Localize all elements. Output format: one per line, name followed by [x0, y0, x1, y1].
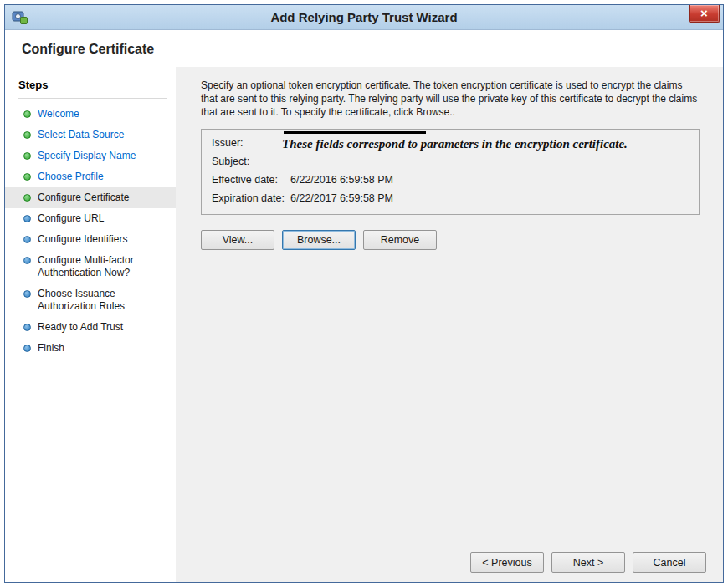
- steps-divider: [18, 98, 167, 99]
- certificate-actions: View... Browse... Remove: [201, 230, 700, 250]
- dialog-body: Steps WelcomeSelect Data SourceSpecify D…: [5, 67, 723, 582]
- step-pending-icon: [23, 236, 31, 243]
- sidebar-step-ready-to-add-trust: Ready to Add Trust: [5, 317, 176, 338]
- step-label: Configure Multi-factor Authentication No…: [38, 254, 169, 279]
- expiration-date-label: Expiration date:: [212, 189, 290, 207]
- sidebar-step-configure-multi-factor-authentication-now: Configure Multi-factor Authentication No…: [5, 250, 176, 283]
- previous-button[interactable]: < Previous: [470, 552, 544, 573]
- step-completed-icon: [23, 194, 31, 202]
- step-label: Choose Profile: [38, 171, 104, 183]
- next-button[interactable]: Next >: [551, 552, 625, 573]
- step-label: Select Data Source: [38, 129, 124, 141]
- certificate-details-box: These fields correspond to parameters in…: [201, 129, 700, 215]
- effective-date-value: 6/22/2016 6:59:58 PM: [290, 171, 393, 189]
- step-pending-icon: [23, 257, 31, 264]
- window-title: Add Relying Party Trust Wizard: [55, 10, 673, 24]
- page-header: Configure Certificate: [5, 30, 723, 67]
- sidebar-step-choose-issuance-authorization-rules: Choose Issuance Authorization Rules: [5, 283, 176, 317]
- expiration-date-value: 6/22/2017 6:59:58 PM: [290, 189, 393, 207]
- sidebar-step-configure-certificate: Configure Certificate: [5, 187, 176, 208]
- steps-title: Steps: [5, 79, 176, 91]
- page-title: Configure Certificate: [22, 42, 723, 57]
- sidebar-step-choose-profile: Choose Profile: [5, 166, 176, 187]
- step-pending-icon: [23, 324, 31, 331]
- step-completed-icon: [23, 152, 31, 160]
- step-label: Configure URL: [38, 212, 104, 225]
- step-label: Finish: [38, 342, 64, 355]
- sidebar-step-welcome: Welcome: [5, 104, 176, 125]
- view-button[interactable]: View...: [201, 230, 274, 250]
- close-button[interactable]: ×: [689, 5, 720, 23]
- step-pending-icon: [23, 345, 31, 352]
- redaction-mark: [284, 131, 426, 134]
- sidebar-step-configure-identifiers: Configure Identifiers: [5, 229, 176, 250]
- step-label: Welcome: [38, 108, 79, 120]
- effective-date-label: Effective date:: [212, 171, 290, 189]
- step-completed-icon: [23, 110, 31, 118]
- step-label: Choose Issuance Authorization Rules: [38, 288, 169, 313]
- sidebar-step-select-data-source: Select Data Source: [5, 125, 176, 145]
- sidebar-step-configure-url: Configure URL: [5, 208, 176, 229]
- sidebar-step-finish: Finish: [5, 338, 176, 359]
- cancel-button[interactable]: Cancel: [633, 552, 706, 573]
- sidebar-step-specify-display-name: Specify Display Name: [5, 145, 176, 166]
- step-completed-icon: [23, 131, 31, 139]
- effective-date-row: Effective date: 6/22/2016 6:59:58 PM: [212, 171, 690, 189]
- description-text: Specify an optional token encryption cer…: [201, 79, 700, 119]
- step-label: Configure Certificate: [38, 191, 129, 204]
- steps-sidebar: Steps WelcomeSelect Data SourceSpecify D…: [5, 67, 176, 582]
- step-completed-icon: [23, 173, 31, 181]
- annotation-note: These fields correspond to parameters in…: [282, 137, 628, 151]
- subject-label: Subject:: [212, 152, 290, 171]
- wizard-dialog: Add Relying Party Trust Wizard × Configu…: [4, 4, 724, 583]
- content-area: Specify an optional token encryption cer…: [176, 67, 723, 544]
- step-pending-icon: [23, 215, 31, 222]
- browse-button[interactable]: Browse...: [282, 230, 356, 250]
- subject-row: Subject:: [212, 152, 690, 171]
- step-pending-icon: [23, 290, 31, 298]
- app-icon: [12, 9, 28, 26]
- step-label: Ready to Add Trust: [38, 321, 123, 334]
- content-column: Specify an optional token encryption cer…: [176, 67, 723, 582]
- remove-button[interactable]: Remove: [363, 230, 437, 250]
- footer-button-bar: < Previous Next > Cancel: [176, 544, 723, 582]
- expiration-date-row: Expiration date: 6/22/2017 6:59:58 PM: [212, 189, 690, 207]
- titlebar: Add Relying Party Trust Wizard ×: [5, 5, 723, 30]
- step-label: Configure Identifiers: [38, 233, 127, 246]
- issuer-label: Issuer:: [212, 134, 290, 152]
- sidebar-steps: WelcomeSelect Data SourceSpecify Display…: [5, 104, 176, 359]
- step-label: Specify Display Name: [38, 150, 136, 162]
